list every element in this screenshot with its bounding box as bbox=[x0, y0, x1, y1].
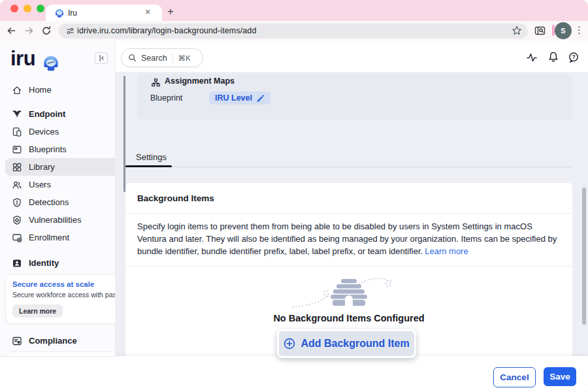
page-scrollbar[interactable] bbox=[582, 188, 586, 325]
devices-icon bbox=[12, 127, 22, 137]
blueprint-chip-label: IRU Level bbox=[215, 93, 252, 103]
tabs-border bbox=[125, 167, 572, 167]
tab-settings[interactable]: Settings bbox=[136, 152, 167, 162]
learn-more-button[interactable]: Learn more bbox=[12, 304, 63, 318]
save-button[interactable]: Save bbox=[544, 367, 576, 386]
help-mark: ? bbox=[572, 54, 575, 60]
section-label: Identity bbox=[29, 258, 59, 268]
section-label: Compliance bbox=[29, 336, 77, 346]
background-items-title: Background Items bbox=[137, 193, 214, 203]
blueprint-field-label: Blueprint bbox=[150, 93, 182, 103]
traffic-light-zoom[interactable] bbox=[37, 5, 44, 12]
vulnerabilities-shield-icon bbox=[12, 215, 22, 225]
sidebar-item-label: Blueprints bbox=[29, 144, 67, 154]
sidebar-item-label: Home bbox=[29, 85, 52, 95]
assignment-maps-title: Assignment Maps bbox=[165, 76, 235, 86]
empty-state-title: No Background Items Configured bbox=[125, 313, 572, 323]
tab-title: Iru bbox=[68, 8, 77, 18]
section-label: Endpoint bbox=[29, 109, 65, 119]
forward-icon[interactable] bbox=[24, 25, 35, 36]
traffic-light-minimize[interactable] bbox=[24, 5, 31, 12]
search-input[interactable]: Search ⌘K bbox=[121, 48, 203, 67]
endpoint-bird-icon bbox=[12, 109, 22, 120]
sidebar-item-label: Library bbox=[29, 162, 55, 172]
search-shortcut: ⌘K bbox=[172, 54, 191, 63]
detections-shield-icon bbox=[12, 197, 22, 208]
blueprint-chip[interactable]: IRU Level bbox=[209, 91, 270, 105]
description-text: Specify login items to prevent them from… bbox=[137, 221, 557, 256]
sidebar-item-label: Enrollment bbox=[29, 233, 69, 242]
home-icon bbox=[12, 85, 22, 95]
search-placeholder: Search bbox=[141, 54, 167, 63]
new-tab-icon[interactable]: + bbox=[167, 5, 174, 18]
user-account-area[interactable] bbox=[0, 356, 115, 392]
site-settings-icon[interactable] bbox=[65, 26, 75, 36]
reload-icon[interactable] bbox=[41, 25, 52, 36]
plus-circle-icon bbox=[284, 338, 295, 350]
card-divider bbox=[125, 213, 572, 214]
edit-pencil-icon[interactable] bbox=[256, 94, 265, 103]
browser-profile-avatar[interactable]: S bbox=[555, 22, 572, 39]
theme-divider bbox=[552, 25, 555, 36]
pulse-icon[interactable] bbox=[526, 52, 538, 63]
users-icon bbox=[12, 180, 22, 190]
cancel-button[interactable]: Cancel bbox=[493, 367, 536, 387]
add-background-item-button[interactable]: Add Background Item bbox=[277, 329, 416, 358]
active-tab-underline bbox=[125, 165, 172, 167]
side-panel-search-icon[interactable] bbox=[534, 25, 546, 36]
url-text[interactable]: idrive.iru.com/library/login-background-… bbox=[77, 26, 256, 35]
logo-mascot-icon bbox=[41, 52, 61, 73]
sidebar-item-label: Vulnerabilities bbox=[29, 215, 81, 225]
identity-icon bbox=[12, 258, 22, 269]
sidebar-collapse-button[interactable] bbox=[95, 52, 108, 64]
add-button-label: Add Background Item bbox=[301, 338, 409, 350]
sidebar-item-label: Devices bbox=[29, 127, 59, 137]
background-items-description: Specify login items to prevent them from… bbox=[137, 220, 563, 257]
traffic-light-close[interactable] bbox=[10, 5, 18, 12]
learn-more-link[interactable]: Learn more bbox=[425, 246, 468, 256]
bookmark-star-icon[interactable] bbox=[512, 25, 522, 36]
app-logo[interactable]: iru bbox=[10, 47, 35, 71]
browser-window: Iru × + idrive.iru.com/library/login-bac… bbox=[0, 0, 588, 392]
tab-close-icon[interactable]: × bbox=[145, 7, 150, 17]
sidebar-item-label: Detections bbox=[29, 197, 69, 207]
beehive-empty-state-icon bbox=[290, 276, 408, 311]
back-icon[interactable] bbox=[6, 25, 16, 36]
blueprints-icon bbox=[12, 144, 22, 155]
compliance-icon bbox=[12, 336, 22, 346]
notifications-bell-icon[interactable] bbox=[547, 51, 559, 63]
enrollment-icon bbox=[12, 233, 22, 243]
library-grid-icon bbox=[12, 162, 22, 172]
inner-scrollbar[interactable] bbox=[123, 76, 125, 192]
sidebar-item-label: Users bbox=[29, 180, 51, 189]
browser-menu-icon[interactable]: ⋮ bbox=[574, 24, 584, 36]
assignment-maps-icon bbox=[152, 78, 160, 87]
search-icon bbox=[128, 54, 137, 62]
help-chat-icon[interactable]: ? bbox=[568, 52, 580, 63]
card-divider bbox=[125, 266, 572, 267]
favicon-mascot-icon bbox=[54, 7, 65, 18]
collapse-panel-icon bbox=[97, 54, 105, 62]
